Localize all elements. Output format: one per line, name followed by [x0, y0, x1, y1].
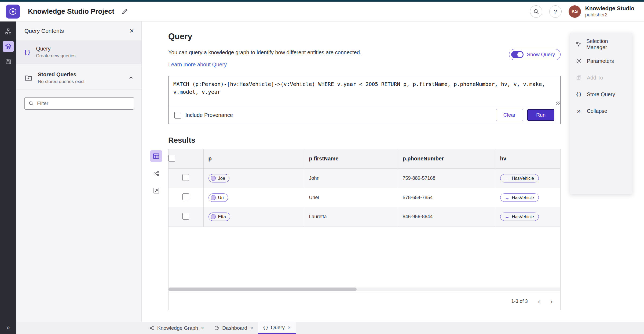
run-button[interactable]: Run — [527, 109, 554, 121]
save-rail-button[interactable] — [3, 56, 14, 67]
query-editor-footer: Include Provenance Clear Run — [169, 106, 560, 124]
query-item-label: Query — [36, 46, 75, 52]
chart-view-button[interactable] — [150, 185, 162, 196]
add-to-item: Add To — [570, 69, 632, 86]
avatar-initials: KS — [572, 9, 578, 14]
user-info: Knowledge Studio publisher2 — [585, 5, 634, 18]
tab-close-icon[interactable]: × — [250, 325, 253, 331]
tab-close-icon[interactable]: × — [201, 325, 204, 331]
tab-query[interactable]: { } Query × — [258, 322, 296, 334]
search-button[interactable] — [530, 5, 542, 18]
table-view-icon — [153, 153, 160, 160]
query-contents-panel: Query Contents × { } Query Create new qu… — [16, 21, 142, 322]
arrow-right-icon: → — [505, 176, 510, 181]
node-label: Joe — [218, 176, 225, 181]
document-tab-bar: Knowledge Graph × Dashboard × { } Query … — [16, 322, 644, 334]
expand-rail-button[interactable]: » — [0, 324, 16, 331]
parameters-item[interactable]: Parameters — [570, 53, 632, 69]
edge-label: HasVehicle — [512, 195, 534, 200]
help-button[interactable]: ? — [549, 5, 562, 18]
page-title: Query — [168, 32, 561, 41]
tab-dashboard[interactable]: Dashboard × — [209, 322, 258, 334]
tab-close-icon[interactable]: × — [288, 325, 291, 330]
column-header-firstname: p.firstName — [304, 149, 398, 168]
braces-icon: { } — [575, 92, 582, 97]
row-checkbox[interactable] — [182, 174, 189, 181]
selection-manager-cursor-icon — [575, 41, 582, 47]
table-row: Uri Uriel 578-654-7854 →HasVehicle — [169, 188, 560, 207]
selection-manager-item[interactable]: Selection Manager — [570, 36, 632, 53]
scrollbar-thumb[interactable] — [169, 288, 357, 291]
panel-close-button[interactable]: × — [130, 27, 134, 35]
user-avatar[interactable]: KS — [569, 5, 581, 18]
edge-pill[interactable]: →HasVehicle — [500, 193, 539, 202]
collapse-label: Collapse — [587, 108, 607, 114]
knowledge-studio-logo-icon — [9, 8, 17, 16]
user-id: publisher2 — [585, 12, 634, 18]
row-checkbox[interactable] — [182, 193, 189, 200]
layers-rail-button[interactable] — [3, 41, 14, 52]
column-header-phonenumber: p.phoneNumber — [398, 149, 495, 168]
stored-queries-section-header[interactable]: Stored Queries No stored queries exist — [16, 66, 141, 90]
filter-input[interactable] — [37, 100, 130, 106]
stored-queries-text: Stored Queries No stored queries exist — [38, 71, 85, 84]
search-icon — [28, 101, 34, 106]
node-pill[interactable]: Etta — [208, 213, 230, 221]
show-query-toggle[interactable]: Show Query — [509, 49, 561, 60]
graph-view-button[interactable] — [150, 167, 162, 179]
toggle-switch-on — [511, 51, 524, 58]
query-list-item[interactable]: { } Query Create new queries — [16, 40, 141, 64]
query-page: Query You can query a knowledge graph to… — [168, 21, 561, 310]
tab-label: Dashboard — [222, 325, 247, 331]
user-name: Knowledge Studio — [585, 5, 634, 12]
include-provenance-checkbox[interactable] — [174, 112, 181, 118]
project-title: Knowledge Studio Project — [28, 7, 114, 16]
cell-phonenumber: 759-889-57168 — [398, 168, 495, 188]
chevron-up-icon — [128, 75, 134, 81]
dashboard-gauge-icon — [214, 325, 219, 331]
row-checkbox[interactable] — [182, 213, 189, 220]
horizontal-scrollbar[interactable] — [169, 288, 560, 291]
tab-knowledge-graph[interactable]: Knowledge Graph × — [144, 322, 209, 334]
arrow-right-icon: → — [505, 195, 510, 200]
page-description: You can query a knowledge graph to ident… — [168, 49, 561, 56]
toggle-knob — [517, 52, 523, 57]
table-header-row: p p.firstName p.phoneNumber hv — [169, 149, 560, 168]
clear-button[interactable]: Clear — [496, 109, 523, 121]
add-to-label: Add To — [587, 75, 603, 81]
query-text-input[interactable]: MATCH (p:Person)-[hv:HasVehicle]->(v:Veh… — [169, 76, 560, 106]
column-header-p: p — [203, 149, 304, 168]
select-all-checkbox[interactable] — [169, 155, 175, 161]
model-hierarchy-rail-button[interactable] — [3, 26, 14, 37]
collapse-menu-item[interactable]: » Collapse — [570, 103, 632, 119]
close-icon: × — [130, 27, 134, 35]
edit-project-name-button[interactable] — [121, 8, 129, 15]
results-view-toolbar — [150, 150, 162, 196]
node-label: Etta — [218, 214, 226, 219]
edge-pill[interactable]: →HasVehicle — [500, 213, 539, 221]
edge-pill[interactable]: →HasVehicle — [500, 174, 539, 182]
previous-page-button[interactable]: ‹ — [538, 298, 540, 305]
table-view-button[interactable] — [150, 150, 162, 162]
edge-label: HasVehicle — [512, 176, 534, 181]
node-pill[interactable]: Joe — [208, 174, 230, 182]
node-pill[interactable]: Uri — [208, 193, 228, 202]
stored-queries-filter — [24, 97, 134, 110]
store-query-label: Store Query — [587, 91, 615, 98]
add-to-icon — [575, 75, 582, 81]
learn-more-link[interactable]: Learn more about Query — [168, 62, 227, 68]
hierarchy-icon — [5, 28, 12, 35]
question-mark-icon: ? — [554, 8, 557, 15]
app-logo[interactable] — [6, 5, 20, 19]
next-page-button[interactable]: › — [550, 298, 553, 305]
selection-manager-label: Selection Manager — [586, 38, 627, 51]
pencil-icon — [121, 8, 129, 15]
node-circle-icon — [211, 195, 216, 200]
show-query-label: Show Query — [527, 52, 555, 58]
chart-view-icon — [153, 187, 160, 194]
cell-firstname: Lauretta — [304, 207, 398, 227]
parameters-label: Parameters — [587, 58, 614, 64]
store-query-item[interactable]: { } Store Query — [570, 86, 632, 103]
table-row: Etta Lauretta 846-956-8644 →HasVehicle — [169, 207, 560, 227]
tab-label: Knowledge Graph — [157, 325, 198, 331]
